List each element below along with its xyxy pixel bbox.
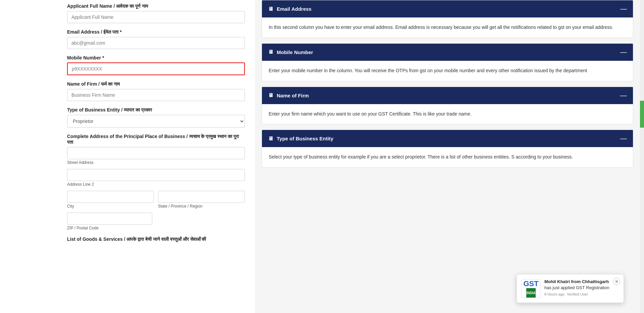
address-line2-block: Address Line 2 (67, 169, 245, 187)
notification-time: 8 Hours ago (544, 292, 565, 296)
monitor-icon-email: 🖥 (268, 6, 273, 12)
info-card-email-header-left: 🖥 Email Address (268, 6, 312, 12)
zip-input[interactable] (67, 213, 152, 225)
info-card-mobile-header-left: 🖥 Mobile Number (268, 49, 313, 55)
applicant-full-name-input[interactable] (67, 11, 245, 23)
firm-name-label: Name of Firm / फर्म का नाम (67, 81, 245, 87)
collapse-email-button[interactable]: — (620, 5, 627, 13)
info-card-business-title: Type of Business Entity (277, 136, 333, 141)
applicant-full-name-label: Applicant Full Name / आवेदक का पूर्ण नाम (67, 3, 245, 9)
address-line2-sublabel: Address Line 2 (67, 182, 245, 187)
address-line2-input[interactable] (67, 169, 245, 181)
info-card-firm-header-left: 🖥 Name of Firm (268, 92, 309, 98)
street-address-block: Street Address (67, 147, 245, 165)
zip-block: ZIP / Postal Code (67, 213, 152, 230)
collapse-mobile-button[interactable]: — (620, 48, 627, 56)
firm-name-group: Name of Firm / फर्म का नाम (67, 81, 245, 101)
city-sublabel: City (67, 204, 154, 209)
email-label: Email Address / ईमेल पता * (67, 29, 245, 35)
business-entity-group: Type of Business Entity / व्यापार का प्र… (67, 107, 245, 128)
business-entity-label: Type of Business Entity / व्यापार का प्र… (67, 107, 245, 113)
gst-logo-text: GST (522, 279, 540, 288)
info-card-firm-body: Enter your firm name which you want to u… (262, 104, 633, 124)
business-entity-select[interactable]: Proprietor Partnership Private Limited P… (67, 115, 245, 128)
notification-close-button[interactable]: ✕ (613, 278, 620, 285)
monitor-icon-business: 🖥 (268, 136, 273, 142)
info-card-email-body: In this second column you have to enter … (262, 17, 633, 38)
mobile-number-group: Mobile Number * (67, 55, 245, 75)
info-card-business-header: 🖥 Type of Business Entity — (262, 130, 633, 147)
scrollbar-thumb[interactable] (640, 101, 644, 128)
street-address-sublabel: Street Address (67, 160, 245, 165)
email-group: Email Address / ईमेल पता * (67, 29, 245, 49)
street-address-input[interactable] (67, 147, 245, 159)
info-card-firm-header: 🖥 Name of Firm — (262, 87, 633, 104)
mobile-input[interactable] (67, 62, 245, 75)
monitor-icon-firm: 🖥 (268, 92, 273, 98)
info-card-business: 🖥 Type of Business Entity — Select your … (262, 130, 633, 168)
goods-services-label: List of Goods & Services / आपके द्वारा ब… (67, 236, 245, 242)
zip-sublabel: ZIP / Postal Code (67, 226, 152, 230)
notification-content: Mohit Khatri from Chhattisgarh has just … (544, 279, 619, 296)
address-group: Complete Address of the Principal Place … (67, 134, 245, 230)
info-card-business-description: Select your type of business entity for … (269, 154, 573, 160)
info-card-firm-description: Enter your firm name which you want to u… (269, 111, 472, 117)
notification-message: has just applied GST Registration (544, 285, 619, 291)
right-scrollbar (640, 0, 644, 313)
info-card-firm-title: Name of Firm (277, 93, 309, 98)
collapse-business-button[interactable]: — (620, 135, 627, 142)
info-card-email-header: 🖥 Email Address — (262, 0, 633, 17)
gst-logo-subtext: INDIA (526, 288, 535, 298)
info-card-mobile-body: Enter your mobile number in the column. … (262, 61, 633, 81)
collapse-firm-button[interactable]: — (620, 92, 627, 99)
form-panel: Applicant Full Name / आवेदक का पूर्ण नाम… (0, 0, 255, 313)
info-card-email-description: In this second column you have to enter … (269, 25, 613, 30)
notification-footer: 8 Hours ago Verified User (544, 292, 619, 296)
info-card-business-header-left: 🖥 Type of Business Entity (268, 136, 333, 142)
address-label: Complete Address of the Principal Place … (67, 134, 245, 145)
goods-services-group: List of Goods & Services / आपके द्वारा ब… (67, 236, 245, 242)
state-input[interactable] (158, 191, 245, 203)
info-panel: 🖥 Email Address — In this second column … (255, 0, 640, 313)
notification-gst-logo: GST INDIA (522, 279, 540, 298)
info-card-mobile: 🖥 Mobile Number — Enter your mobile numb… (262, 43, 633, 81)
monitor-icon-mobile: 🖥 (268, 49, 273, 55)
notification-popup: GST INDIA Mohit Khatri from Chhattisgarh… (517, 274, 624, 303)
firm-name-input[interactable] (67, 89, 245, 101)
info-card-email-title: Email Address (277, 6, 312, 12)
email-input[interactable] (67, 37, 245, 49)
city-block: City (67, 191, 154, 209)
mobile-label: Mobile Number * (67, 55, 245, 60)
city-state-row: City State / Province / Region (67, 191, 245, 209)
info-card-mobile-header: 🖥 Mobile Number — (262, 44, 633, 61)
info-card-email: 🖥 Email Address — In this second column … (262, 0, 633, 38)
state-sublabel: State / Province / Region (158, 204, 245, 209)
state-block: State / Province / Region (158, 191, 245, 209)
applicant-full-name-group: Applicant Full Name / आवेदक का पूर्ण नाम (67, 3, 245, 23)
info-card-business-body: Select your type of business entity for … (262, 147, 633, 167)
info-card-mobile-title: Mobile Number (277, 49, 313, 55)
info-card-mobile-description: Enter your mobile number in the column. … (269, 68, 587, 73)
notification-name: Mohit Khatri from Chhattisgarh (544, 279, 619, 284)
city-input[interactable] (67, 191, 154, 203)
notification-verified: Verified User (567, 292, 588, 296)
info-card-firm: 🖥 Name of Firm — Enter your firm name wh… (262, 87, 633, 125)
